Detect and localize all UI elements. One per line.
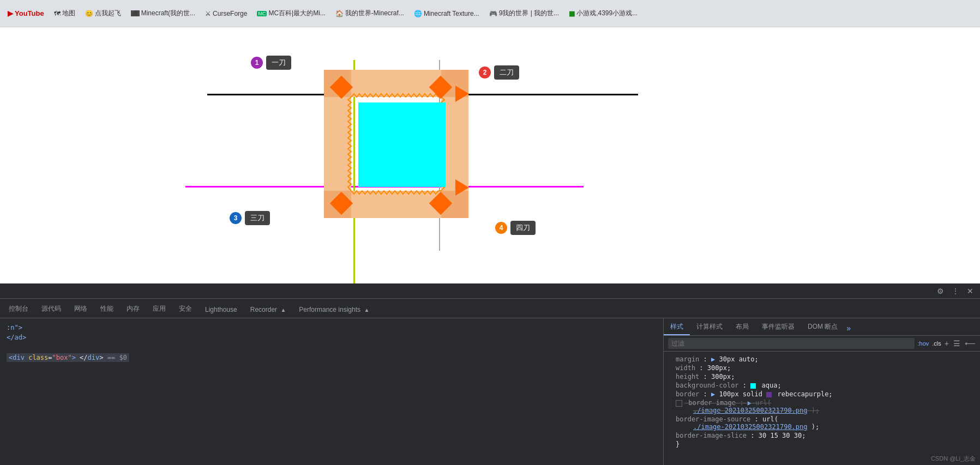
margin-arrow[interactable]: ▶ [711, 355, 715, 363]
bookmark-curseforge-label: CurseForge [213, 10, 247, 17]
styles-panel-tabs: 样式 计算样式 布局 事件监听器 DOM 断点 » [664, 318, 980, 336]
devtools-more-icon[interactable]: ⋮ [949, 286, 961, 297]
tab-sources[interactable]: 源代码 [35, 301, 68, 318]
devtools-top-toolbar: ⚙ ⋮ ✕ [0, 283, 980, 299]
bookmark-maps[interactable]: 🗺 地图 [51, 7, 79, 20]
svg-rect-5 [351, 191, 441, 218]
filter-icon-group: + ☰ ⟵ [945, 339, 976, 348]
bookmark-small-games-label: 小游戏,4399小游戏... [576, 9, 638, 18]
bookmark-mc-texture-label: Minecraft Texture... [424, 10, 479, 17]
arrow-right-1[interactable] [455, 179, 469, 196]
bookmark-9-world-label: 9我的世界 | 我的世... [499, 9, 559, 18]
style-icon-2[interactable]: ☰ [953, 339, 960, 348]
dom-line-1: :n"> [7, 323, 657, 333]
tab-performance[interactable]: 性能 [94, 301, 120, 318]
badge-3: 3 [230, 212, 242, 224]
filter-pseudo-button[interactable]: :hov [918, 340, 929, 347]
css-prop-height: height : 300px; [669, 372, 975, 381]
perf-insights-icon: ▲ [364, 307, 369, 313]
bookmark-minecraft1[interactable]: ⬛ Minecraft(我的世... [128, 7, 199, 20]
css-prop-bg-color: background-color : aqua; [669, 381, 975, 390]
devtools-settings-icon[interactable]: ⚙ [935, 286, 946, 297]
cyan-inner-box [358, 102, 446, 187]
arrow-right-2[interactable] [455, 86, 469, 102]
dom-line-2: </ad> [7, 333, 657, 342]
styles-filter-input[interactable] [668, 338, 915, 349]
border-image-source-url[interactable]: ./image-20210325002321790.png [693, 423, 808, 431]
devtools-body: :n"> </ad> <div class="box"> </div> == $… [0, 318, 980, 465]
qijifly-icon: 😊 [85, 10, 93, 17]
tab-security[interactable]: 安全 [172, 301, 199, 318]
styles-filter-bar: :hov .cls + ☰ ⟵ [664, 336, 980, 352]
label-san-dao-text: 三刀 [245, 211, 270, 225]
svg-rect-6 [324, 97, 351, 191]
recorder-icon: ▲ [280, 307, 286, 313]
curseforge-icon: ⚔ [205, 10, 211, 17]
dom-selected-element[interactable]: <div class="box"> </div> == $0 [7, 353, 129, 362]
label-si-dao-text: 四刀 [510, 221, 536, 235]
mc-baike-icon: MC [257, 11, 267, 16]
label-yi-dao: 1 一刀 [251, 56, 291, 70]
filter-cls-button[interactable]: .cls [932, 340, 941, 347]
canvas-area: 1 一刀 2 二刀 3 三刀 4 四刀 [0, 27, 980, 283]
minecraft1-icon: ⬛ [131, 10, 140, 16]
border-image-arrow[interactable]: ▶ [748, 399, 751, 407]
bookmark-qijifly[interactable]: 😊 点我起飞 [82, 7, 124, 20]
tab-styles[interactable]: 样式 [664, 319, 690, 335]
small-games-icon: ▦ [569, 10, 575, 17]
bookmark-small-games[interactable]: ▦ 小游戏,4399小游戏... [566, 7, 641, 20]
label-yi-dao-text: 一刀 [266, 56, 291, 70]
tab-event-listeners[interactable]: 事件监听器 [755, 319, 801, 335]
css-prop-border: border : ▶ 100px solid rebeccapurple; [669, 390, 975, 398]
border-arrow[interactable]: ▶ [711, 390, 715, 398]
tab-lighthouse[interactable]: Lighthouse [199, 303, 244, 318]
youtube-icon: ▶ [8, 9, 13, 17]
css-prop-border-image: border-image : ▶ url( ./image-2021032500… [669, 398, 975, 415]
tab-memory[interactable]: 内存 [120, 301, 146, 318]
border-image-url[interactable]: ./image-20210325002321790.png [693, 407, 808, 414]
tab-console[interactable]: 控制台 [2, 301, 35, 318]
badge-1: 1 [251, 57, 263, 69]
tab-computed[interactable]: 计算样式 [690, 319, 729, 335]
badge-4: 4 [495, 222, 507, 234]
badge-2: 2 [479, 67, 491, 78]
style-icon-3[interactable]: ⟵ [965, 339, 976, 348]
devtools-close-icon[interactable]: ✕ [965, 286, 976, 297]
tab-dom-breakpoints[interactable]: DOM 断点 [801, 319, 844, 335]
dom-line-3 [7, 342, 657, 352]
mc-texture-icon: 🌐 [414, 10, 422, 17]
9world-icon: 🎮 [489, 10, 497, 17]
tab-network[interactable]: 网络 [68, 301, 94, 318]
bookmark-mc-baike-label: MC百科|最大的Mi... [268, 9, 325, 18]
bookmark-curseforge[interactable]: ⚔ CurseForge [202, 8, 250, 19]
tab-layout[interactable]: 布局 [729, 319, 755, 335]
bookmark-mc-baike[interactable]: MC MC百科|最大的Mi... [254, 7, 328, 20]
bookmark-9-world[interactable]: 🎮 9我的世界 | 我的世... [486, 7, 562, 20]
dom-selected-line[interactable]: <div class="box"> </div> == $0 [7, 352, 657, 363]
expand-right-panel-icon[interactable]: » [844, 321, 853, 335]
maps-icon: 🗺 [54, 10, 61, 17]
bookmark-mc-texture[interactable]: 🌐 Minecraft Texture... [411, 8, 483, 19]
label-er-dao-text: 二刀 [494, 65, 519, 80]
border-image-checkbox[interactable] [676, 400, 682, 407]
devtools-styles-panel: 样式 计算样式 布局 事件监听器 DOM 断点 » :hov [664, 318, 980, 465]
label-san-dao: 3 三刀 [230, 211, 270, 225]
tab-performance-insights[interactable]: Performance insights ▲ [292, 303, 376, 318]
label-er-dao: 2 二刀 [479, 65, 519, 80]
bookmark-qijifly-label: 点我起飞 [95, 9, 121, 18]
bookmark-youtube-label: YouTube [15, 9, 44, 17]
tab-application[interactable]: 应用 [146, 301, 172, 318]
css-prop-margin: margin : ▶ 30px auto; [669, 355, 975, 364]
bookmark-youtube[interactable]: ▶ YouTube [4, 8, 47, 19]
my-world-icon: 🏠 [335, 10, 344, 17]
css-prop-border-image-slice: border-image-slice : 30 15 30 30; [669, 431, 975, 440]
styles-content: margin : ▶ 30px auto; width : 300px; hei… [664, 352, 980, 465]
devtools-tabs-bar: 控制台 源代码 网络 性能 内存 应用 安全 Lighthouse Record… [0, 299, 980, 318]
add-style-icon[interactable]: + [945, 339, 949, 348]
tab-recorder[interactable]: Recorder ▲ [244, 303, 293, 318]
bookmark-minecraft1-label: Minecraft(我的世... [141, 9, 195, 18]
csdn-watermark: CSDN @Li_志金 [931, 455, 976, 463]
bookmark-my-world[interactable]: 🏠 我的世界-Minecraf... [332, 7, 407, 20]
css-closing-brace: } [669, 440, 975, 449]
browser-bookmarks-bar: ▶ YouTube 🗺 地图 😊 点我起飞 ⬛ Minecraft(我的世...… [0, 0, 980, 27]
